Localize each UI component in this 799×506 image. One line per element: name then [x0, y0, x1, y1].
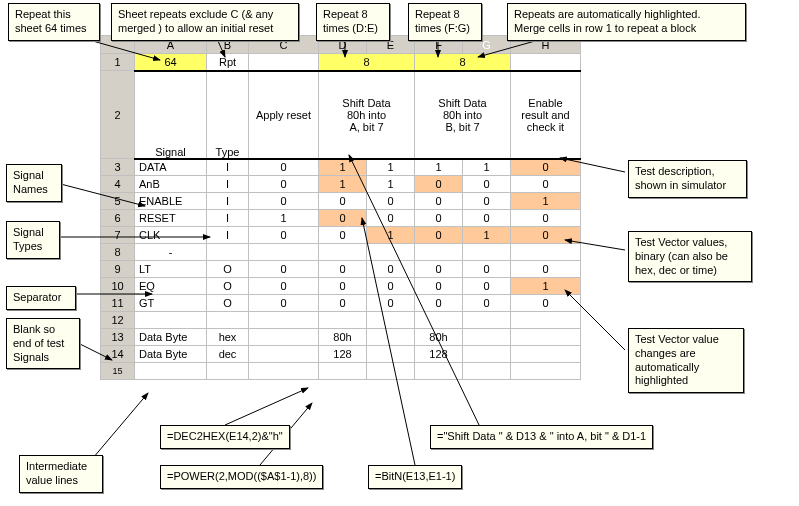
cell-DE1[interactable]: 8: [319, 54, 415, 71]
cell-D14[interactable]: 128: [319, 346, 367, 363]
cell-FG2[interactable]: Shift Data 80h into B, bit 7: [415, 71, 511, 159]
cell-A9[interactable]: LT: [135, 261, 207, 278]
cell-D3[interactable]: 1: [319, 159, 367, 176]
cell-DE2[interactable]: Shift Data 80h into A, bit 7: [319, 71, 415, 159]
cell-C7[interactable]: 0: [249, 227, 319, 244]
cell-A5[interactable]: ENABLE: [135, 193, 207, 210]
cell-H3[interactable]: 0: [511, 159, 581, 176]
cell-B8[interactable]: [207, 244, 249, 261]
cell-A10[interactable]: EQ: [135, 278, 207, 295]
cell-F13[interactable]: 80h: [415, 329, 463, 346]
cell-G5[interactable]: 0: [463, 193, 511, 210]
cell-D5[interactable]: 0: [319, 193, 367, 210]
cell-H4[interactable]: 0: [511, 176, 581, 193]
row-2[interactable]: 2: [101, 71, 135, 159]
cell-C5[interactable]: 0: [249, 193, 319, 210]
cell-A2[interactable]: Signal: [135, 71, 207, 159]
cell-A6[interactable]: RESET: [135, 210, 207, 227]
cell-H5[interactable]: 1: [511, 193, 581, 210]
cell-F5[interactable]: 0: [415, 193, 463, 210]
cell-E11[interactable]: 0: [367, 295, 415, 312]
cell-C2[interactable]: Apply reset: [249, 71, 319, 159]
row-4[interactable]: 4: [101, 176, 135, 193]
cell-E5[interactable]: 0: [367, 193, 415, 210]
spreadsheet-grid[interactable]: A B C D E F G H 1 64 Rpt 8 8 2 Signal Ty…: [100, 35, 581, 380]
cell-D13[interactable]: 80h: [319, 329, 367, 346]
row-13[interactable]: 13: [101, 329, 135, 346]
cell-G7[interactable]: 1: [463, 227, 511, 244]
cell-A8[interactable]: -: [135, 244, 207, 261]
cell-F10[interactable]: 0: [415, 278, 463, 295]
cell-F7[interactable]: 0: [415, 227, 463, 244]
row-9[interactable]: 9: [101, 261, 135, 278]
cell-F3[interactable]: 1: [415, 159, 463, 176]
cell-H11[interactable]: 0: [511, 295, 581, 312]
cell-H1[interactable]: [511, 54, 581, 71]
cell-C3[interactable]: 0: [249, 159, 319, 176]
cell-E7[interactable]: 1: [367, 227, 415, 244]
cell-FG1[interactable]: 8: [415, 54, 511, 71]
cell-C9[interactable]: 0: [249, 261, 319, 278]
cell-E6[interactable]: 0: [367, 210, 415, 227]
cell-H6[interactable]: 0: [511, 210, 581, 227]
row-15[interactable]: 15: [101, 363, 135, 380]
cell-G6[interactable]: 0: [463, 210, 511, 227]
cell-E9[interactable]: 0: [367, 261, 415, 278]
row-3[interactable]: 3: [101, 159, 135, 176]
cell-G3[interactable]: 1: [463, 159, 511, 176]
cell-A7[interactable]: CLK: [135, 227, 207, 244]
cell-A3[interactable]: DATA: [135, 159, 207, 176]
cell-G9[interactable]: 0: [463, 261, 511, 278]
cell-C4[interactable]: 0: [249, 176, 319, 193]
cell-C11[interactable]: 0: [249, 295, 319, 312]
cell-B10[interactable]: O: [207, 278, 249, 295]
cell-B13[interactable]: hex: [207, 329, 249, 346]
cell-D4[interactable]: 1: [319, 176, 367, 193]
cell-F9[interactable]: 0: [415, 261, 463, 278]
cell-A13[interactable]: Data Byte: [135, 329, 207, 346]
cell-H10[interactable]: 1: [511, 278, 581, 295]
cell-D9[interactable]: 0: [319, 261, 367, 278]
cell-G4[interactable]: 0: [463, 176, 511, 193]
cell-F11[interactable]: 0: [415, 295, 463, 312]
cell-H2[interactable]: Enable result and check it: [511, 71, 581, 159]
cell-D10[interactable]: 0: [319, 278, 367, 295]
cell-B7[interactable]: I: [207, 227, 249, 244]
cell-D7[interactable]: 0: [319, 227, 367, 244]
cell-C10[interactable]: 0: [249, 278, 319, 295]
cell-B1[interactable]: Rpt: [207, 54, 249, 71]
cell-A11[interactable]: GT: [135, 295, 207, 312]
cell-H7[interactable]: 0: [511, 227, 581, 244]
cell-E10[interactable]: 0: [367, 278, 415, 295]
row-12[interactable]: 12: [101, 312, 135, 329]
cell-D6[interactable]: 0: [319, 210, 367, 227]
cell-E4[interactable]: 1: [367, 176, 415, 193]
cell-C1[interactable]: [249, 54, 319, 71]
cell-B4[interactable]: I: [207, 176, 249, 193]
cell-F4[interactable]: 0: [415, 176, 463, 193]
cell-B6[interactable]: I: [207, 210, 249, 227]
cell-A1[interactable]: 64: [135, 54, 207, 71]
row-6[interactable]: 6: [101, 210, 135, 227]
cell-B14[interactable]: dec: [207, 346, 249, 363]
cell-B3[interactable]: I: [207, 159, 249, 176]
row-8[interactable]: 8: [101, 244, 135, 261]
cell-B11[interactable]: O: [207, 295, 249, 312]
cell-G10[interactable]: 0: [463, 278, 511, 295]
row-5[interactable]: 5: [101, 193, 135, 210]
cell-H9[interactable]: 0: [511, 261, 581, 278]
cell-B2[interactable]: Type: [207, 71, 249, 159]
cell-C6[interactable]: 1: [249, 210, 319, 227]
cell-B9[interactable]: O: [207, 261, 249, 278]
row-10[interactable]: 10: [101, 278, 135, 295]
cell-G11[interactable]: 0: [463, 295, 511, 312]
cell-F6[interactable]: 0: [415, 210, 463, 227]
cell-B5[interactable]: I: [207, 193, 249, 210]
cell-D11[interactable]: 0: [319, 295, 367, 312]
cell-A4[interactable]: AnB: [135, 176, 207, 193]
row-7[interactable]: 7: [101, 227, 135, 244]
row-11[interactable]: 11: [101, 295, 135, 312]
cell-F14[interactable]: 128: [415, 346, 463, 363]
row-1[interactable]: 1: [101, 54, 135, 71]
row-14[interactable]: 14: [101, 346, 135, 363]
